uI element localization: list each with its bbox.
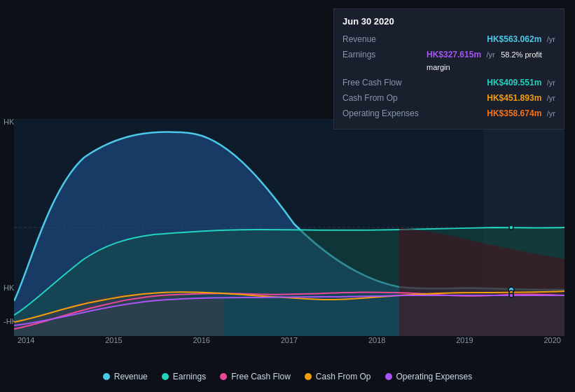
cash-from-op-row: Cash From Op HK$451.893m /yr (342, 91, 555, 104)
revenue-value: HK$563.062m (487, 34, 541, 44)
svg-point-7 (509, 225, 513, 230)
earnings-label: Earnings (342, 50, 427, 59)
x-label-2014: 2014 (18, 336, 34, 344)
legend-earnings-label: Earnings (173, 372, 206, 382)
x-label-2018: 2018 (368, 336, 385, 344)
chart-legend: Revenue Earnings Free Cash Flow Cash Fro… (0, 372, 575, 382)
earnings-value: HK$327.615m (427, 50, 481, 59)
earnings-dot (162, 373, 169, 380)
revenue-label: Revenue (342, 34, 427, 44)
legend-earnings[interactable]: Earnings (162, 372, 206, 382)
op-expenses-row: Operating Expenses HK$358.674m /yr (342, 106, 555, 119)
legend-free-cash[interactable]: Free Cash Flow (220, 372, 291, 382)
tooltip-date: Jun 30 2020 (342, 16, 555, 27)
revenue-unit: /yr (547, 35, 555, 43)
free-cash-unit: /yr (547, 78, 555, 87)
x-axis-container: 2014 2015 2016 2017 2018 2019 2020 (14, 336, 564, 344)
cash-from-op-unit: /yr (547, 94, 555, 102)
op-expenses-dot (385, 373, 392, 380)
legend-cash-from-op[interactable]: Cash From Op (305, 372, 371, 382)
chart-container: Jun 30 2020 Revenue HK$563.062m /yr Earn… (0, 0, 575, 392)
x-label-2019: 2019 (456, 336, 473, 344)
earnings-unit: /yr (487, 50, 495, 59)
free-cash-value: HK$409.551m (487, 78, 541, 88)
revenue-dot (103, 373, 110, 380)
legend-op-expenses[interactable]: Operating Expenses (385, 372, 473, 382)
revenue-row: Revenue HK$563.062m /yr (342, 32, 555, 45)
legend-op-expenses-label: Operating Expenses (396, 372, 473, 382)
op-expenses-label: Operating Expenses (342, 108, 427, 118)
x-label-2015: 2015 (105, 336, 122, 344)
free-cash-dot (220, 373, 227, 380)
main-chart (14, 119, 564, 336)
op-expenses-unit: /yr (547, 109, 555, 118)
legend-revenue[interactable]: Revenue (103, 372, 148, 382)
free-cash-label: Free Cash Flow (342, 78, 427, 88)
cash-from-op-value: HK$451.893m (487, 93, 541, 103)
legend-free-cash-label: Free Cash Flow (231, 372, 291, 382)
cash-from-op-label: Cash From Op (342, 93, 427, 103)
earnings-row: Earnings HK$327.615m /yr 58.2% profit ma… (342, 48, 555, 73)
cash-from-op-dot (305, 373, 312, 380)
legend-cash-from-op-label: Cash From Op (316, 372, 371, 382)
free-cash-row: Free Cash Flow HK$409.551m /yr (342, 76, 555, 88)
op-expenses-value: HK$358.674m (487, 108, 541, 118)
svg-point-10 (509, 293, 513, 298)
legend-revenue-label: Revenue (114, 372, 148, 382)
tooltip-box: Jun 30 2020 Revenue HK$563.062m /yr Earn… (333, 8, 564, 130)
x-label-2020: 2020 (544, 336, 561, 344)
x-label-2016: 2016 (193, 336, 210, 344)
x-label-2017: 2017 (281, 336, 298, 344)
